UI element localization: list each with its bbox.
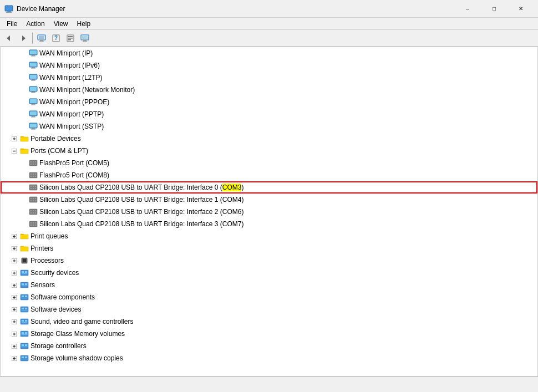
tree-item-wan-pppoe[interactable]: WAN Miniport (PPPOE): [1, 96, 537, 108]
tree-item-wan-netmon[interactable]: WAN Miniport (Network Monitor): [1, 84, 537, 96]
svg-rect-116: [25, 271, 27, 273]
show-device-manager-button[interactable]: [35, 32, 48, 45]
collapse-button[interactable]: [9, 146, 18, 155]
minimize-button[interactable]: –: [455, 0, 480, 18]
svg-rect-12: [68, 36, 73, 37]
tree-item-wan-l2tp[interactable]: WAN Miniport (L2TP): [1, 72, 537, 84]
expand-button[interactable]: [9, 134, 18, 143]
expand-button[interactable]: [9, 354, 18, 363]
tree-item-silicon3[interactable]: Silicon Labs Quad CP2108 USB to UART Bri…: [1, 218, 537, 230]
tree-item-storage-ctl[interactable]: Storage controllers: [1, 340, 537, 352]
device-icon: [20, 329, 29, 338]
svg-rect-117: [22, 273, 27, 274]
svg-point-76: [35, 198, 36, 199]
expand-button[interactable]: [9, 232, 18, 241]
tree-item-sw-comp[interactable]: Software components: [1, 291, 537, 303]
svg-rect-37: [32, 104, 35, 105]
tree-item-security[interactable]: Security devices: [1, 267, 537, 279]
tree-item-flashpro5[interactable]: FlashPro5 Port (COM5): [1, 157, 537, 169]
tree-item-silicon0[interactable]: Silicon Labs Quad CP2108 USB to UART Bri…: [1, 181, 537, 194]
expand-button[interactable]: [9, 342, 18, 350]
svg-rect-73: [29, 197, 37, 202]
tree-item-label: Ports (COM & LPT): [31, 147, 88, 155]
main-area: WAN Miniport (IP) WAN Miniport (IPv6) WA…: [0, 47, 538, 376]
tree-item-portable[interactable]: Portable Devices: [1, 133, 537, 145]
svg-rect-87: [29, 221, 37, 227]
svg-rect-7: [40, 40, 43, 41]
tree-item-silicon2[interactable]: Silicon Labs Quad CP2108 USB to UART Bri…: [1, 206, 537, 218]
svg-rect-38: [31, 105, 35, 105]
no-expand-placeholder: [18, 122, 27, 131]
svg-rect-8: [39, 41, 44, 42]
properties-button[interactable]: [64, 32, 77, 45]
tree-item-print-q[interactable]: Print queues: [1, 230, 537, 242]
no-expand-placeholder: [18, 207, 27, 216]
svg-point-91: [31, 225, 32, 226]
svg-rect-128: [21, 294, 28, 300]
svg-point-65: [35, 176, 36, 177]
expand-button[interactable]: [9, 256, 18, 265]
tree-item-label: Silicon Labs Quad CP2108 USB to UART Bri…: [39, 184, 243, 191]
tree-item-wan-ipv6[interactable]: WAN Miniport (IPv6): [1, 59, 537, 72]
no-expand-placeholder: [18, 61, 27, 70]
tree-item-processors[interactable]: Processors: [1, 254, 537, 267]
tree-item-label: WAN Miniport (PPTP): [39, 110, 104, 118]
svg-rect-41: [32, 116, 35, 117]
tree-item-storage-cls[interactable]: Storage Class Memory volumes: [1, 328, 537, 340]
svg-rect-59: [29, 172, 37, 178]
svg-rect-34: [31, 93, 35, 93]
svg-point-60: [31, 174, 32, 175]
com-highlight: COM3: [222, 184, 242, 191]
expand-button[interactable]: [9, 293, 18, 302]
back-button[interactable]: [2, 32, 16, 45]
menu-file[interactable]: File: [2, 19, 22, 29]
svg-point-82: [33, 210, 34, 211]
forward-button[interactable]: [17, 32, 30, 45]
menu-action[interactable]: Action: [22, 19, 49, 29]
tree-item-label: Silicon Labs Quad CP2108 USB to UART Bri…: [39, 208, 243, 216]
svg-rect-165: [25, 357, 27, 358]
svg-rect-152: [22, 334, 27, 335]
expand-button[interactable]: [9, 305, 18, 314]
expand-button[interactable]: [9, 244, 18, 253]
expand-button[interactable]: [9, 317, 18, 326]
tree-item-sw-dev[interactable]: Software devices: [1, 303, 537, 315]
tree-item-label: Sound, video and game controllers: [31, 318, 133, 325]
close-button[interactable]: ✕: [508, 0, 534, 18]
expand-button[interactable]: [9, 281, 18, 289]
tree-item-wan-ip[interactable]: WAN Miniport (IP): [1, 47, 537, 59]
svg-point-79: [35, 200, 36, 201]
svg-rect-28: [30, 75, 37, 79]
expand-button[interactable]: [9, 268, 18, 277]
tree-item-label: Processors: [31, 257, 64, 264]
tree-item-ports[interactable]: Ports (COM & LPT): [1, 145, 537, 157]
menu-view[interactable]: View: [49, 19, 73, 29]
svg-point-57: [33, 164, 34, 165]
svg-rect-151: [25, 332, 27, 334]
svg-rect-17: [83, 40, 87, 41]
tree-item-printers[interactable]: Printers: [1, 242, 537, 254]
title-bar: Device Manager – □ ✕: [0, 0, 538, 18]
tree-item-silicon1[interactable]: Silicon Labs Quad CP2108 USB to UART Bri…: [1, 194, 537, 206]
tree-item-label: WAN Miniport (SSTP): [39, 123, 104, 130]
device-view-button[interactable]: [78, 32, 92, 45]
folder-icon: [20, 146, 29, 155]
tree-item-wan-pptp[interactable]: WAN Miniport (PPTP): [1, 108, 537, 120]
expand-button[interactable]: [9, 329, 18, 338]
tree-item-wan-sstp[interactable]: WAN Miniport (SSTP): [1, 120, 537, 133]
menu-bar: File Action View Help: [0, 18, 538, 30]
tree-item-storage-vss[interactable]: Storage volume shadow copies: [1, 352, 537, 364]
svg-marker-3: [7, 35, 10, 41]
help-properties-button[interactable]: ?: [49, 32, 63, 45]
svg-point-68: [33, 186, 34, 187]
com-port-icon: [29, 207, 38, 216]
tree-item-flashpro8[interactable]: FlashPro5 Port (COM8): [1, 169, 537, 181]
maximize-button[interactable]: □: [481, 0, 507, 18]
tree-item-sensors[interactable]: Sensors: [1, 279, 537, 291]
device-icon: [20, 268, 29, 277]
device-tree[interactable]: WAN Miniport (IP) WAN Miniport (IPv6) WA…: [0, 47, 538, 376]
menu-help[interactable]: Help: [73, 19, 95, 29]
svg-rect-80: [29, 209, 37, 215]
svg-rect-138: [22, 310, 27, 310]
tree-item-sound[interactable]: Sound, video and game controllers: [1, 315, 537, 328]
